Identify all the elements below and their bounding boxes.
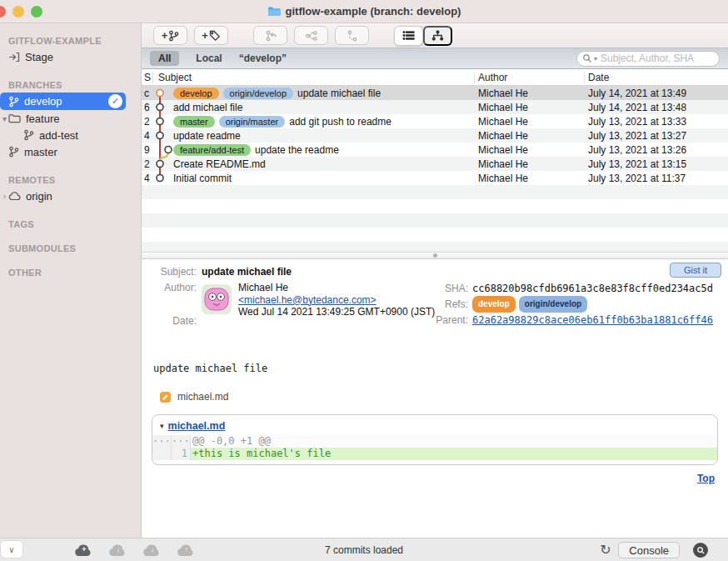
commit-row[interactable]: 2masterorigin/masteradd git push to read… <box>142 114 728 128</box>
sidebar-section-header: OTHER <box>0 266 141 280</box>
zoom-window-button[interactable] <box>31 6 42 18</box>
view-mode-toggle <box>394 26 452 46</box>
tree-view-icon <box>431 30 444 41</box>
commit-table-header[interactable]: SSubjectAuthorDate <box>142 69 728 86</box>
chevron-down-icon[interactable]: ▾ <box>1 114 8 123</box>
sidebar-item-add-test[interactable]: add-test <box>0 127 141 143</box>
current-branch-check-icon: ✓ <box>108 94 122 108</box>
sidebar-item-label: add-test <box>39 129 78 142</box>
pane-splitter[interactable] <box>142 252 728 259</box>
detail-ref-badge-develop: develop <box>472 296 516 313</box>
search-icon <box>582 53 592 63</box>
diff-new-lineno: ··· <box>172 435 191 448</box>
commit-row[interactable]: 9feature/add-testupdate the readmeMichae… <box>142 143 728 157</box>
date-label: Date: <box>142 315 197 327</box>
sidebar-section-header: BRANCHES <box>0 78 141 93</box>
diff-new-lineno: 1 <box>172 448 191 460</box>
commit-subject-text: Initial commit <box>173 173 232 184</box>
commit-date: Wed Jul 14 2021 13:49:25 GMT+0900 (JST) <box>238 306 453 318</box>
sidebar-item-feature[interactable]: ▾feature <box>0 110 141 127</box>
author-label: Author: <box>142 282 197 293</box>
plus-icon: + <box>162 30 168 41</box>
close-window-button[interactable] <box>0 6 6 18</box>
diff-file-link[interactable]: michael.md <box>168 420 226 432</box>
commit-row[interactable]: 2Create README.mdMichael HeJuly 13, 2021… <box>142 157 728 171</box>
tree-view-button[interactable] <box>423 26 452 46</box>
status-bar: ∨ +↓↓↑ 7 commits loaded ↻ Console <box>0 538 728 561</box>
sidebar: GITFLOW-EXAMPLEStageBRANCHESdevelop✓▾fea… <box>0 23 142 538</box>
commit-author-cell: Michael He <box>475 130 585 142</box>
empty-row <box>142 185 728 199</box>
search-scope-chevron-icon[interactable]: ▾ <box>594 55 597 63</box>
add-branch-button[interactable]: + <box>153 26 187 45</box>
empty-row <box>142 242 728 252</box>
commit-author-cell: Michael He <box>475 173 585 184</box>
traffic-lights <box>0 6 42 18</box>
quick-search-button[interactable] <box>693 543 708 558</box>
commit-row[interactable]: 4Initial commitMichael HeJuly 13, 2021 a… <box>142 171 728 185</box>
empty-row <box>142 213 728 228</box>
diff-box: ▾ michael.md ······@@ -0,0 +1 @@1+this i… <box>152 414 718 465</box>
subject-label: Subject: <box>142 266 197 278</box>
column-header-subject[interactable]: Subject <box>153 72 475 83</box>
rebase-icon <box>347 30 358 42</box>
sidebar-item-origin[interactable]: ›origin <box>0 188 141 204</box>
modified-file-icon <box>160 392 171 403</box>
console-button[interactable]: Console <box>618 542 680 558</box>
filter-tab-develop[interactable]: “develop” <box>239 53 287 64</box>
column-header-author[interactable]: Author <box>475 72 585 83</box>
sidebar-project-header: GITFLOW-EXAMPLE <box>0 34 141 48</box>
changed-file-item[interactable]: michael.md <box>160 391 228 403</box>
chevron-right-icon[interactable]: › <box>1 192 8 201</box>
author-email-link[interactable]: <michael.he@bytedance.com> <box>238 294 376 306</box>
column-header-s[interactable]: S <box>142 72 153 83</box>
stage-icon <box>8 52 20 63</box>
refresh-button[interactable]: ↻ <box>596 542 615 558</box>
commit-author-cell: Michael He <box>475 116 585 128</box>
sidebar-item-label: develop <box>24 95 62 108</box>
search-field[interactable]: ▾ <box>576 51 720 67</box>
commit-subject-cell: developorigin/developupdate michael file <box>173 88 475 99</box>
commit-author-cell: Michael He <box>475 88 585 99</box>
sidebar-section-header: SUBMODULES <box>0 242 141 256</box>
filter-tab-all[interactable]: All <box>150 51 179 66</box>
author-avatar <box>202 284 232 314</box>
parent-sha-link[interactable]: 62a62a98829c8ace06eb61ff0b63ba1881c6ff46 <box>472 313 713 328</box>
list-view-icon <box>402 30 415 41</box>
list-view-button[interactable] <box>394 26 423 46</box>
sidebar-item-label: Stage <box>25 51 53 63</box>
add-tag-button[interactable]: + <box>194 26 228 45</box>
collapse-diff-icon[interactable]: ▾ <box>160 422 164 430</box>
commit-row[interactable]: 4update readmeMichael HeJuly 13, 2021 at… <box>142 128 728 143</box>
sidebar-section-header: REMOTES <box>0 173 141 188</box>
sidebar-item-master[interactable]: master <box>0 143 141 160</box>
ref-badge-feature-add-test: feature/add-test <box>173 144 251 156</box>
changed-files-list: michael.md <box>160 391 228 403</box>
top-link[interactable]: Top <box>697 473 715 484</box>
sidebar-item-label: feature <box>26 113 59 125</box>
refs-label: Refs: <box>428 297 468 312</box>
commit-subject-cell: masterorigin/masteradd git push to readm… <box>173 116 475 128</box>
column-header-date[interactable]: Date <box>585 72 728 83</box>
search-input[interactable] <box>601 53 714 64</box>
sidebar-item-stage[interactable]: Stage <box>0 48 141 65</box>
commit-row[interactable]: cdeveloporigin/developupdate michael fil… <box>142 86 728 100</box>
commit-row[interactable]: 6add michael fileMichael HeJuly 14, 2021… <box>142 100 728 114</box>
commit-subject-cell: feature/add-testupdate the readme <box>173 144 475 156</box>
commit-author-cell: Michael He <box>475 102 585 113</box>
minimize-window-button[interactable] <box>12 6 24 18</box>
branch-icon <box>23 129 34 141</box>
branch-icon <box>8 146 19 158</box>
commit-sha-initial: 2 <box>142 116 153 128</box>
empty-row <box>142 199 728 213</box>
commit-date-cell: July 13, 2021 at 13:33 <box>585 116 728 128</box>
sidebar-item-develop[interactable]: develop✓ <box>0 93 126 110</box>
commit-author-cell: Michael He <box>475 144 585 156</box>
window-title-text: gitflow-example (branch: develop) <box>286 5 461 18</box>
gist-it-button[interactable]: Gist it <box>670 263 721 278</box>
ref-badge-develop: develop <box>173 88 219 99</box>
commit-subject-text: Create README.md <box>173 158 266 170</box>
merge-button <box>294 26 328 45</box>
commit-sha-initial: 4 <box>142 173 153 184</box>
filter-tab-local[interactable]: Local <box>196 53 222 64</box>
